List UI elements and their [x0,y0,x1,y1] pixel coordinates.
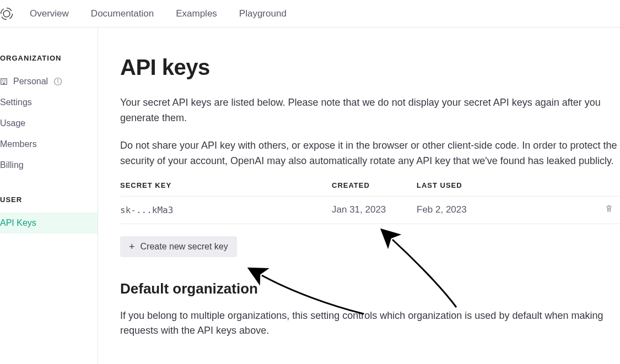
col-header-last-used: LAST USED [417,181,598,189]
nav-overview[interactable]: Overview [30,8,69,19]
svg-rect-1 [1,79,7,85]
cell-created: Jan 31, 2023 [332,204,417,215]
plus-icon: + [129,242,135,252]
sidebar-personal-label: Personal [13,77,48,86]
sidebar-item-usage[interactable]: Usage [0,113,98,134]
building-icon [0,78,9,85]
sidebar-item-api-keys[interactable]: API Keys [0,213,98,233]
nav-examples[interactable]: Examples [176,8,217,19]
info-icon[interactable] [53,77,62,86]
sidebar-user-label: USER [0,195,98,204]
create-button-label: Create new secret key [141,242,228,252]
sidebar-item-settings[interactable]: Settings [0,92,98,113]
default-org-paragraph: If you belong to multiple organizations,… [120,308,620,339]
intro-paragraph-2: Do not share your API key with others, o… [120,138,620,169]
sidebar-item-billing[interactable]: Billing [0,155,98,176]
cell-last-used: Feb 2, 2023 [417,204,598,215]
main-content: API keys Your secret API keys are listed… [98,28,620,364]
intro-paragraph-1: Your secret API keys are listed below. P… [120,95,620,126]
svg-point-0 [3,10,10,17]
table-row: sk-...kMa3 Jan 31, 2023 Feb 2, 2023 [120,197,620,224]
api-keys-table: SECRET KEY CREATED LAST USED sk-...kMa3 … [120,181,620,224]
create-secret-key-button[interactable]: + Create new secret key [120,236,237,257]
sidebar-item-personal[interactable]: Personal [0,71,98,92]
col-header-secret-key: SECRET KEY [120,181,332,189]
delete-key-button[interactable] [605,204,613,216]
sidebar-org-label: ORGANIZATION [0,54,98,62]
cell-secret-key: sk-...kMa3 [120,205,332,215]
nav-documentation[interactable]: Documentation [91,8,154,19]
openai-logo-icon [0,6,14,21]
default-org-title: Default organization [120,280,620,297]
page-title: API keys [120,55,620,80]
sidebar: ORGANIZATION Personal Settings Usage Mem… [0,28,98,364]
col-header-created: CREATED [332,181,417,189]
top-nav: Overview Documentation Examples Playgrou… [0,0,620,28]
svg-point-3 [58,80,58,80]
nav-playground[interactable]: Playground [239,8,287,19]
sidebar-item-members[interactable]: Members [0,134,98,155]
